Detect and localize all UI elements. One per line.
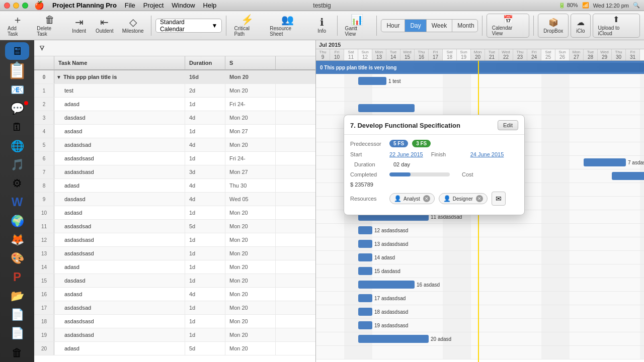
add-task-button[interactable]: ＋ Add Task [4,14,31,38]
dock-icon-finder[interactable]: 🖥 [5,42,29,60]
milestone-button[interactable]: ◇ Milestone [119,14,147,38]
outdent-button[interactable]: ⇤ Outdent [92,14,117,38]
resource-chip-analyst[interactable]: 👤 Analyst ✕ [389,193,435,204]
gantt-bar[interactable]: 1 test [358,77,386,85]
gantt-bar[interactable]: 14 adasd [358,253,372,261]
weekend-shade [457,346,471,359]
predecessor-tag-2[interactable]: 3 FS [412,140,431,147]
dock-icon-calendar[interactable]: 🗓 [5,119,29,136]
expand-button[interactable]: ▼ [56,74,61,80]
gantt-bar[interactable]: 18 asdasdsasd [358,308,372,316]
gantt-bar[interactable]: 8 adasd [612,172,644,180]
menu-file[interactable]: File [125,2,135,9]
table-row[interactable]: 5asdasdsad4dMon 20 [34,138,315,152]
analyst-remove-button[interactable]: ✕ [423,195,430,202]
upload-to-icloud-button[interactable]: ⬆ Upload to iCloud [593,14,640,38]
minimize-button[interactable] [13,3,19,9]
task-name-cell: asdasdsad [54,301,185,314]
table-row[interactable]: 11asdasdsad5dMon 20 [34,220,315,233]
table-header: Task Name Duration S [34,56,315,70]
table-row[interactable]: 17asdasdsad1dMon 20 [34,301,315,315]
dock-icon-firefox[interactable]: 🦊 [5,231,29,248]
designer-remove-button[interactable]: ✕ [476,195,483,202]
table-row[interactable]: 4asdasd1dMon 27 [34,125,315,138]
info-button[interactable]: ℹ Info [311,14,333,38]
dock-icon-files2[interactable]: 📄 [5,306,29,323]
table-row[interactable]: 6asdasdsasd1dFri 24- [34,152,315,165]
gantt-bar[interactable]: 17 asdasdsad [358,294,372,302]
table-row[interactable]: 3dasdasd4dMon 20 [34,111,315,125]
window-controls[interactable] [4,3,28,9]
dock-icon-mail[interactable]: 📧 [5,81,29,99]
dock-icon-pp[interactable]: 📋 [5,61,29,80]
gantt-bar-label: 16 asdasd [417,282,440,288]
gantt-bar[interactable]: 7 asdasdsasd [584,158,626,166]
resource-chip-designer[interactable]: 👤 Designer ✕ [439,193,488,204]
table-row[interactable]: 8adasd4dThu 30 [34,179,315,193]
dock-icon-powerpoint[interactable]: P [5,268,29,286]
dock-icon-network[interactable]: 🌍 [5,212,29,230]
table-row[interactable]: 13asdasdsasd1dMon 20 [34,247,315,260]
table-row[interactable]: 7asdasdsasd3dMon 27 [34,165,315,179]
row-number: 0 [34,70,54,83]
table-row[interactable]: 1test2dMon 20 [34,84,315,98]
close-button[interactable] [4,3,10,9]
table-row[interactable]: 19asdasdsasd1dMon 20 [34,328,315,342]
indent-button[interactable]: ⇥ Indent [68,14,90,38]
month-view-button[interactable]: Month [452,20,478,32]
table-row[interactable]: 0▼This ppp plan title is16dMon 20 [34,70,315,84]
gantt-bar[interactable]: 19 asdasdsasd [358,321,372,329]
dock-icon-music[interactable]: 🎵 [5,156,29,173]
gantt-view-button[interactable]: 📊 Gantt View [342,14,373,38]
table-row[interactable]: 9dasdasd4dWed 05 [34,193,315,206]
hour-view-button[interactable]: Hour [381,20,405,32]
dock-icon-trash[interactable]: 🗑 [5,344,29,362]
table-row[interactable]: 18asdasdsasd1dMon 20 [34,315,315,328]
email-resource-button[interactable]: ✉ [492,192,506,206]
table-row[interactable]: 15dasdasd1dMon 20 [34,274,315,288]
menu-window[interactable]: Window [172,2,195,9]
iclo-button[interactable]: ☁ iClo [571,14,590,38]
search-icon[interactable]: 🔍 [633,2,640,9]
gantt-bar[interactable]: 13 asdasdsasd [358,240,372,248]
finish-date[interactable]: 24 June 2015 [470,151,504,157]
start-date-cell: Mon 20 [225,301,276,314]
task-detail-popup[interactable]: 7. Develop Functional Specification Edit… [344,115,525,215]
calendar-dropdown[interactable]: Standard Calendar ▼ [155,19,222,33]
dropbox-button[interactable]: 📦 DropBox [538,14,569,38]
menu-project[interactable]: Project [143,2,164,9]
gantt-bar[interactable] [358,104,415,112]
maximize-button[interactable] [22,3,28,9]
table-row[interactable]: 2adasd1dFri 24- [34,98,315,111]
week-view-button[interactable]: Week [427,20,452,32]
gantt-bar[interactable]: 15 dasdasd [358,267,372,275]
dock-icon-settings[interactable]: ⚙ [5,175,29,193]
duration-cell: 2d [185,84,225,97]
table-row[interactable]: 10asdasd1dMon 20 [34,206,315,220]
popup-edit-button[interactable]: Edit [498,120,518,130]
predecessor-tag-1[interactable]: 5 FS [389,140,408,147]
delete-task-button[interactable]: 🗑 Delete Task [33,14,66,38]
table-row[interactable]: 12asdasdsasd1dMon 20 [34,233,315,247]
completed-label: Completed [350,171,385,177]
menu-help[interactable]: Help [203,2,217,9]
dock-icon-word[interactable]: W [5,194,29,211]
day-view-button[interactable]: Day [405,20,426,32]
calendar-view-button[interactable]: 📅 Calendar View [487,14,530,38]
table-row[interactable]: 14adasd1dMon 20 [34,260,315,274]
dock-icon-art[interactable]: 🎨 [5,250,29,267]
gantt-day-cell: Sun26 [555,49,570,60]
dock-icon-files[interactable]: 📂 [5,287,29,305]
start-date[interactable]: 22 June 2015 [389,151,423,157]
gantt-bar[interactable]: 16 asdasd [358,281,415,289]
dock-icon-maps[interactable]: 🌐 [5,137,29,155]
resource-sheet-button[interactable]: 👥 Resource Sheet [266,14,308,38]
gantt-bar[interactable]: 12 asdasdsasd [358,226,372,234]
critical-path-button[interactable]: ⚡ Critical Path [230,14,264,38]
dock-icon-files3[interactable]: 📄 [5,325,29,342]
dock-icon-messages[interactable]: 💬 [5,100,29,118]
gantt-bar[interactable]: 20 adasd [358,335,429,343]
filter-icon[interactable]: ⛛ [38,44,46,53]
table-row[interactable]: 20adasd5dMon 20 [34,342,315,355]
table-row[interactable]: 16asdasd4dMon 20 [34,288,315,301]
